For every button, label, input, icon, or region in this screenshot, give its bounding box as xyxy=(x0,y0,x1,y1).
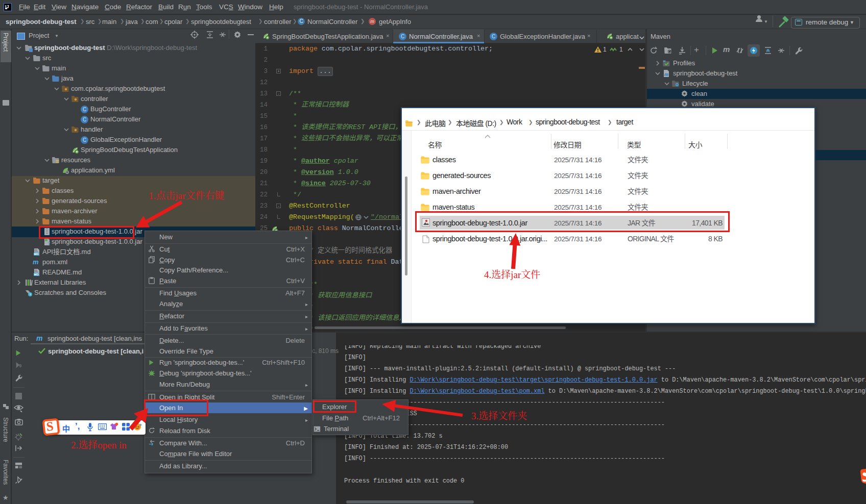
svg-text:9: 9 xyxy=(19,363,21,368)
svg-text:MD: MD xyxy=(34,273,39,276)
svg-text:m: m xyxy=(664,72,668,77)
